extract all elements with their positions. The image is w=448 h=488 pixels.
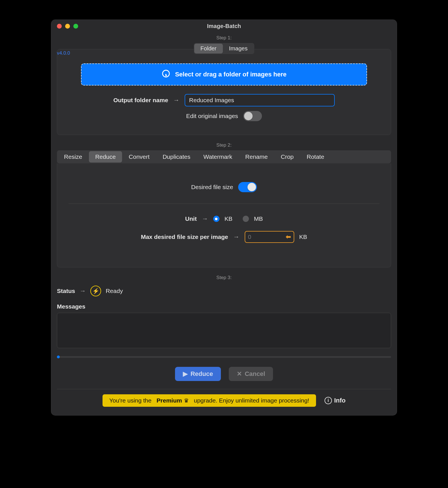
unit-kb-label: KB bbox=[225, 215, 232, 222]
reduce-button[interactable]: ▶ Reduce bbox=[175, 367, 221, 381]
dropzone-text: Select or drag a folder of images here bbox=[175, 71, 287, 78]
close-icon: ✕ bbox=[237, 370, 242, 378]
banner-prefix: You're using the bbox=[109, 397, 152, 404]
cancel-button[interactable]: ✕ Cancel bbox=[229, 367, 273, 381]
max-filesize-unit: KB bbox=[299, 234, 307, 240]
crown-icon: ♛ bbox=[184, 397, 189, 404]
messages-box bbox=[57, 313, 391, 348]
folder-dropzone[interactable]: Select or drag a folder of images here bbox=[81, 63, 367, 85]
source-mode-folder[interactable]: Folder bbox=[194, 44, 223, 53]
toggle-knob bbox=[248, 183, 256, 191]
operation-tabs: Resize Reduce Convert Duplicates Waterma… bbox=[57, 150, 391, 163]
tab-duplicates[interactable]: Duplicates bbox=[156, 151, 197, 162]
unit-radio-mb[interactable] bbox=[243, 216, 249, 222]
edit-original-toggle[interactable] bbox=[243, 111, 262, 121]
max-filesize-input-wrap: ⬅ bbox=[245, 231, 294, 243]
max-filesize-input[interactable] bbox=[248, 234, 271, 240]
tab-resize[interactable]: Resize bbox=[58, 151, 88, 162]
fullscreen-window-button[interactable] bbox=[73, 24, 78, 29]
info-icon: i bbox=[325, 397, 332, 404]
close-window-button[interactable] bbox=[57, 24, 62, 29]
tab-convert[interactable]: Convert bbox=[123, 151, 156, 162]
edit-original-label: Edit original images bbox=[186, 113, 238, 119]
step3-label: Step 3: bbox=[57, 275, 391, 281]
step2-label: Step 2: bbox=[57, 142, 391, 148]
arrow-right-icon: → bbox=[80, 287, 86, 295]
traffic-lights bbox=[51, 24, 78, 29]
divider bbox=[69, 204, 379, 204]
output-folder-input[interactable] bbox=[185, 94, 335, 106]
app-window: Image-Batch v4.0.0 Step 1: Folder Images… bbox=[51, 20, 397, 415]
desired-filesize-toggle[interactable] bbox=[238, 182, 257, 192]
step1-label: Step 1: bbox=[57, 35, 391, 41]
arrow-right-icon: → bbox=[173, 97, 180, 104]
arrow-right-icon: → bbox=[202, 215, 208, 222]
play-icon: ▶ bbox=[183, 370, 188, 378]
version-label: v4.0.0 bbox=[57, 50, 70, 56]
unit-label: Unit bbox=[185, 215, 197, 222]
unit-mb-label: MB bbox=[254, 215, 263, 222]
arrow-left-icon: ⬅ bbox=[286, 233, 291, 241]
source-mode-images[interactable]: Images bbox=[223, 44, 254, 53]
source-mode-segmented: Folder Images bbox=[194, 43, 254, 54]
messages-label: Messages bbox=[57, 303, 391, 310]
footer-divider bbox=[57, 389, 391, 389]
tab-crop[interactable]: Crop bbox=[274, 151, 300, 162]
premium-banner: You're using the Premium ♛ upgrade. Enjo… bbox=[103, 394, 316, 407]
info-button[interactable]: i Info bbox=[325, 397, 345, 404]
banner-suffix: upgrade. Enjoy unlimited image processin… bbox=[194, 397, 309, 404]
cancel-button-label: Cancel bbox=[245, 370, 265, 378]
window-title: Image-Batch bbox=[207, 23, 241, 29]
lightning-icon: ⚡ bbox=[90, 286, 101, 296]
minimize-window-button[interactable] bbox=[65, 24, 70, 29]
cursor-target-icon bbox=[161, 69, 170, 80]
output-folder-label: Output folder name bbox=[113, 97, 168, 104]
info-label: Info bbox=[334, 397, 345, 404]
progress-bar bbox=[57, 356, 391, 358]
toggle-knob bbox=[244, 112, 253, 120]
unit-radio-kb[interactable] bbox=[213, 216, 219, 222]
status-value: Ready bbox=[106, 288, 123, 294]
tab-watermark[interactable]: Watermark bbox=[197, 151, 238, 162]
titlebar: Image-Batch bbox=[51, 20, 397, 32]
max-filesize-label: Max desired file size per image bbox=[141, 234, 228, 240]
reduce-button-label: Reduce bbox=[191, 370, 213, 378]
tab-rename[interactable]: Rename bbox=[239, 151, 274, 162]
arrow-right-icon: → bbox=[233, 233, 240, 241]
status-label: Status bbox=[57, 288, 75, 294]
desired-filesize-label: Desired file size bbox=[191, 184, 233, 191]
tab-rotate[interactable]: Rotate bbox=[300, 151, 330, 162]
banner-premium: Premium bbox=[157, 397, 182, 404]
tab-reduce[interactable]: Reduce bbox=[89, 151, 122, 162]
